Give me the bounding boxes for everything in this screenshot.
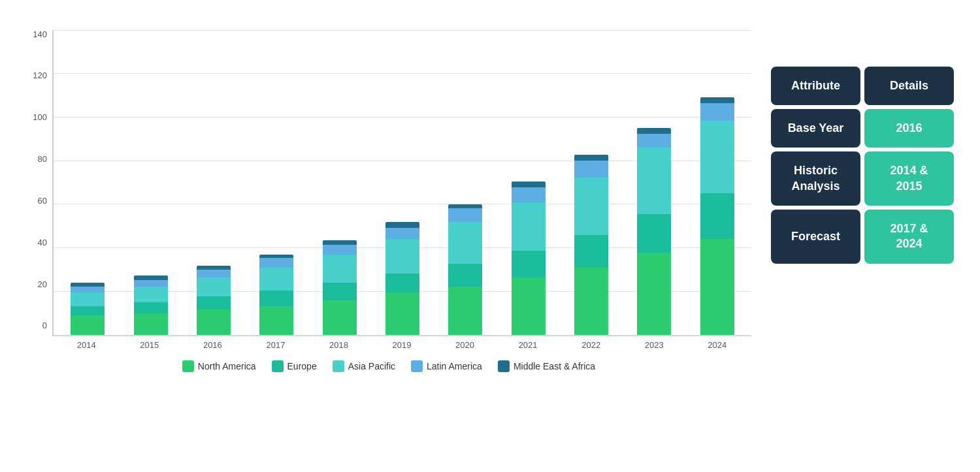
bar-segment-latinAmerica <box>574 161 608 178</box>
bar-segment-latinAmerica <box>385 228 419 240</box>
y-axis-label: 60 <box>38 197 47 205</box>
legend-item: Latin America <box>411 360 482 372</box>
legend-color-box <box>498 360 510 372</box>
y-axis-label: 40 <box>38 238 47 247</box>
bar-segment-latinAmerica <box>197 270 231 277</box>
x-axis-label: 2021 <box>500 340 556 350</box>
grid-line <box>54 335 751 336</box>
x-axis-label: 2024 <box>689 340 745 350</box>
y-axis-label: 140 <box>33 30 47 39</box>
legend-color-box <box>272 360 284 372</box>
info-details-cell: 2017 & 2024 <box>864 210 954 264</box>
bar-segment-latinAmerica <box>323 245 357 255</box>
bar-segment-northAmerica <box>134 313 168 334</box>
bar-segment-northAmerica <box>700 239 734 334</box>
bar <box>574 155 608 334</box>
bar-segment-northAmerica <box>259 306 293 335</box>
bar-segment-asiaPacific <box>134 287 168 302</box>
x-axis-label: 2020 <box>437 340 493 350</box>
bar <box>134 275 168 335</box>
bar <box>259 255 293 335</box>
bar-segment-europe <box>637 214 671 253</box>
bar-segment-northAmerica <box>637 253 671 335</box>
bar-segment-asiaPacific <box>700 121 734 193</box>
bar-segment-asiaPacific <box>385 239 419 274</box>
info-attribute-cell: Historic Analysis <box>771 151 860 206</box>
legend: North AmericaEuropeAsia PacificLatin Ame… <box>182 360 595 372</box>
bar-segment-asiaPacific <box>323 255 357 283</box>
bar-group <box>438 37 493 335</box>
bar <box>323 240 357 335</box>
bar-segment-northAmerica <box>197 309 231 334</box>
bar-segment-mea <box>385 222 419 228</box>
bar-segment-europe <box>197 296 231 310</box>
bar-segment-europe <box>385 274 419 292</box>
x-axis-label: 2014 <box>59 340 114 350</box>
bar-segment-asiaPacific <box>512 202 546 250</box>
bar-segment-asiaPacific <box>637 148 671 215</box>
y-axis: 140120100806040200 <box>26 30 52 350</box>
bar <box>512 181 546 334</box>
x-axis-label: 2018 <box>311 340 367 350</box>
bar <box>385 222 419 335</box>
legend-label: North America <box>198 361 256 371</box>
legend-label: Middle East & Africa <box>514 361 595 371</box>
chart-area: 140120100806040200 201420152016201720182… <box>26 14 751 372</box>
bar-segment-latinAmerica <box>637 134 671 148</box>
y-axis-label: 0 <box>42 321 47 330</box>
bar-segment-latinAmerica <box>512 187 546 202</box>
bar-segment-mea <box>134 275 168 280</box>
x-axis-label: 2015 <box>122 340 178 350</box>
bar-segment-northAmerica <box>71 315 105 334</box>
legend-item: Europe <box>272 360 317 372</box>
bar <box>700 97 734 334</box>
bar-segment-europe <box>323 283 357 300</box>
legend-label: Latin America <box>427 361 482 371</box>
x-labels: 2014201520162017201820192020202120222023… <box>52 336 751 350</box>
bar <box>637 128 671 334</box>
info-details-cell: 2016 <box>864 109 954 148</box>
bars-area: 2014201520162017201820192020202120222023… <box>52 30 751 350</box>
bar-group <box>249 37 304 335</box>
bar-group <box>60 37 115 335</box>
info-table: AttributeDetailsBase Year2016Historic An… <box>771 67 954 264</box>
bar-segment-mea <box>323 240 357 245</box>
bar-segment-latinAmerica <box>700 103 734 120</box>
x-axis-label: 2022 <box>563 340 619 350</box>
bar-segment-mea <box>574 155 608 161</box>
bar-segment-europe <box>259 291 293 306</box>
bar-segment-latinAmerica <box>448 208 482 222</box>
bar-segment-northAmerica <box>385 292 419 334</box>
bar-segment-latinAmerica <box>71 287 105 292</box>
legend-item: North America <box>182 360 256 372</box>
bar-group <box>312 37 367 335</box>
bar-group <box>627 37 681 335</box>
legend-label: Asia Pacific <box>348 361 395 371</box>
bar <box>197 266 231 334</box>
bar-segment-mea <box>700 97 734 103</box>
bar-segment-northAmerica <box>574 268 608 335</box>
bar-segment-latinAmerica <box>259 258 293 268</box>
grid-line <box>54 30 751 31</box>
x-axis-label: 2019 <box>374 340 430 350</box>
bars-container <box>52 30 751 336</box>
bar-segment-northAmerica <box>323 300 357 335</box>
y-axis-label: 120 <box>33 71 47 80</box>
bar-segment-asiaPacific <box>71 292 105 306</box>
bar-segment-northAmerica <box>448 287 482 334</box>
bar-group <box>375 37 430 335</box>
info-header-cell: Attribute <box>771 67 860 105</box>
y-axis-label: 20 <box>38 280 47 289</box>
bar <box>448 204 482 334</box>
bar-segment-latinAmerica <box>134 280 168 287</box>
legend-color-box <box>333 360 344 372</box>
info-attribute-cell: Base Year <box>771 109 860 148</box>
bar-segment-europe <box>574 235 608 268</box>
info-details-cell: 2014 & 2015 <box>864 151 954 206</box>
bar-segment-asiaPacific <box>574 178 608 235</box>
info-header-cell: Details <box>864 67 954 105</box>
x-axis-label: 2017 <box>248 340 304 350</box>
bar-segment-asiaPacific <box>448 222 482 264</box>
bar-segment-europe <box>512 251 546 277</box>
legend-color-box <box>411 360 423 372</box>
